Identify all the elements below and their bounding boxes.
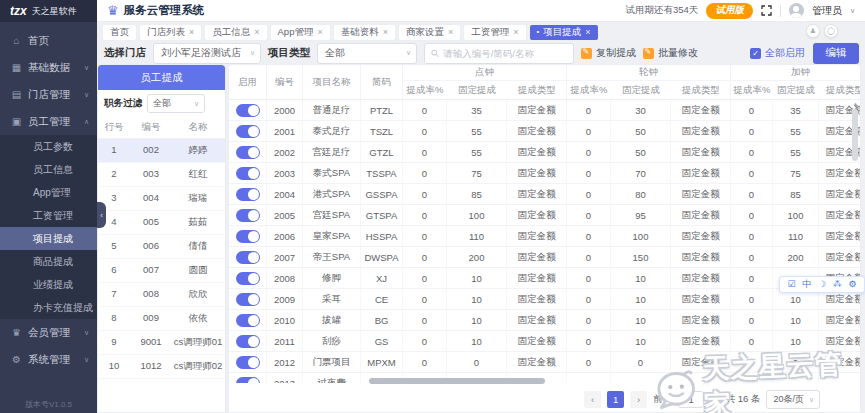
table-row[interactable]: 2006皇家SPAHSSPA0110固定金额0100固定金额0110固定金额: [229, 226, 860, 247]
toggle-switch[interactable]: [236, 335, 260, 348]
moon-icon[interactable]: ☽: [818, 280, 826, 289]
toggle-switch[interactable]: [236, 188, 260, 201]
employee-row[interactable]: 1002婷婷: [98, 139, 225, 163]
toggle-switch[interactable]: [236, 293, 260, 306]
copy-commission-button[interactable]: 复制提成: [581, 46, 636, 60]
chevron-down-icon[interactable]: ∨: [850, 7, 855, 15]
sidebar-item-system-mgmt[interactable]: ⚙系统管理∨: [0, 346, 97, 373]
toggle-switch[interactable]: [236, 167, 260, 180]
horizontal-scrollbar[interactable]: [369, 378, 545, 384]
toggle-switch[interactable]: [236, 314, 260, 327]
toggle-switch[interactable]: [236, 209, 260, 222]
store-select[interactable]: 刘小军足浴测试店 ∨: [153, 43, 261, 64]
floating-widget-icon-1[interactable]: ♟: [806, 24, 820, 38]
table-row[interactable]: 2005宫廷SPAGTSPA0100固定金额095固定金额0100固定金额: [229, 205, 860, 226]
close-icon[interactable]: ×: [383, 28, 388, 37]
scrollbar-thumb[interactable]: [852, 109, 858, 161]
toggle-switch[interactable]: [236, 230, 260, 243]
page-size-select[interactable]: 20条/页 ∨: [766, 390, 820, 409]
search-input[interactable]: [443, 48, 567, 59]
table-row[interactable]: 2009采耳CE010固定金额010固定金额010固定金额: [229, 289, 860, 310]
tab-merchant-settings[interactable]: 商家设置×: [399, 25, 460, 40]
sidebar-item-performance-commission[interactable]: 业绩提成: [0, 273, 97, 296]
table-row[interactable]: 2012门票项目MPXM00固定金额00固定金额00固定金额: [229, 352, 860, 373]
gear-icon[interactable]: ⚙: [849, 280, 857, 289]
table-row[interactable]: 2000普通足疗PTZL035固定金额030固定金额035固定金额: [229, 100, 860, 121]
avatar[interactable]: [789, 3, 804, 18]
table-row[interactable]: 2001泰式足疗TSZL055固定金额050固定金额055固定金额: [229, 121, 860, 142]
sidebar-item-employee-mgmt[interactable]: ▣员工管理∧: [0, 108, 97, 135]
tab-salary-mgmt[interactable]: 工资管理×: [464, 25, 525, 40]
tab-basic-info[interactable]: 基础资料×: [334, 25, 395, 40]
employee-row[interactable]: 3004瑞瑞: [98, 187, 225, 211]
toggle-switch[interactable]: [236, 272, 260, 285]
sidebar-item-salary-mgmt[interactable]: 工资管理: [0, 204, 97, 227]
sidebar-item-store-mgmt[interactable]: ▤门店管理∨: [0, 81, 97, 108]
close-icon[interactable]: ×: [189, 28, 194, 37]
employee-row[interactable]: 8009依依: [98, 307, 225, 331]
table-row[interactable]: 2010拔罐BG010固定金额010固定金额010固定金额: [229, 310, 860, 331]
close-icon[interactable]: ×: [254, 28, 259, 37]
close-icon[interactable]: ×: [317, 28, 322, 37]
cell: 35: [773, 100, 819, 120]
employee-row[interactable]: 2003红红: [98, 163, 225, 187]
tab-project-commission[interactable]: •项目提成×: [530, 25, 598, 40]
table-row[interactable]: 2004港式SPAGSSPA085固定金额080固定金额085固定金额: [229, 184, 860, 205]
page-1-button[interactable]: 1: [607, 391, 624, 408]
toggle-switch[interactable]: [236, 251, 260, 264]
edit-button[interactable]: 编辑: [813, 43, 859, 64]
table-row[interactable]: 2003泰式SPATSSPA075固定金额070固定金额075固定金额: [229, 163, 860, 184]
sidebar-item-employee-params[interactable]: 员工参数: [0, 135, 97, 158]
close-icon[interactable]: ×: [585, 28, 590, 37]
table-row[interactable]: 2007帝王SPADWSPA0200固定金额0150固定金额0200固定金额: [229, 247, 860, 268]
employee-row[interactable]: 7008欣欣: [98, 283, 225, 307]
position-filter-select[interactable]: 全部 ∨: [147, 94, 205, 113]
goto-page-input[interactable]: [678, 391, 704, 408]
employee-row[interactable]: 6007圆圆: [98, 259, 225, 283]
tab-employee-info[interactable]: 员工信息×: [205, 25, 266, 40]
sidebar-item-app-mgmt[interactable]: App管理: [0, 181, 97, 204]
toggle-switch[interactable]: [236, 104, 260, 117]
sidebar-item-employee-info[interactable]: 员工信息: [0, 158, 97, 181]
toggle-switch[interactable]: [236, 125, 260, 138]
toggle-switch[interactable]: [236, 146, 260, 159]
check-box-icon[interactable]: ☑: [787, 280, 795, 289]
table-row[interactable]: 2011刮痧GS010固定金额010固定金额010固定金额: [229, 331, 860, 352]
next-page-button[interactable]: ›: [630, 391, 647, 408]
home-icon: ⌂: [11, 35, 22, 46]
sidebar-item-card-recharge-commission[interactable]: 办卡充值提成: [0, 296, 97, 319]
sidebar-collapse-handle[interactable]: ‹: [97, 202, 106, 228]
enable-all-checkbox[interactable]: ✓ 全部启用: [750, 46, 805, 60]
cell: [229, 247, 267, 267]
table-row[interactable]: 2002宫廷足疗GTZL055固定金额050固定金额055固定金额: [229, 142, 860, 163]
sidebar-item-basic-data[interactable]: ▦基础数据∨: [0, 54, 97, 81]
sidebar-item-product-commission[interactable]: 商品提成: [0, 250, 97, 273]
tab-home[interactable]: 首页: [103, 25, 136, 40]
translate-icon[interactable]: 中: [802, 280, 811, 289]
prev-page-button[interactable]: ‹: [584, 391, 601, 408]
table-row[interactable]: 2008修脚XJ010固定金额010固定金额010固定金额: [229, 268, 860, 289]
employee-row[interactable]: 99001cs调理师01: [98, 331, 225, 355]
user-name[interactable]: 管理员: [812, 4, 842, 18]
employee-row[interactable]: 101012cs调理师02: [98, 355, 225, 379]
close-icon[interactable]: ×: [448, 28, 453, 37]
batch-modify-button[interactable]: 批量修改: [643, 46, 698, 60]
toggle-knob: [248, 273, 259, 284]
sidebar-item-project-commission[interactable]: 项目提成: [0, 227, 97, 250]
toggle-switch[interactable]: [236, 377, 260, 384]
toggle-switch[interactable]: [236, 356, 260, 369]
scroll-up-icon[interactable]: ▲: [852, 101, 859, 107]
vertical-scrollbar[interactable]: ▲: [852, 101, 859, 341]
tab-store-list[interactable]: 门店列表×: [140, 25, 201, 40]
employee-row[interactable]: 5006倩倩: [98, 235, 225, 259]
employee-row[interactable]: 4005茹茹: [98, 211, 225, 235]
sparkle-icon[interactable]: ⁂: [833, 280, 842, 289]
project-type-select[interactable]: 全部 ∨: [317, 43, 417, 64]
sidebar-item-home[interactable]: ⌂首页: [0, 27, 97, 54]
cell: 10: [611, 310, 671, 330]
close-icon[interactable]: ×: [513, 28, 518, 37]
tab-app-mgmt[interactable]: App管理×: [271, 25, 330, 40]
sidebar-item-member-mgmt[interactable]: ♛会员管理∨: [0, 319, 97, 346]
fullscreen-icon[interactable]: [761, 5, 772, 16]
floating-widget-icon-2[interactable]: ◯: [824, 24, 838, 38]
